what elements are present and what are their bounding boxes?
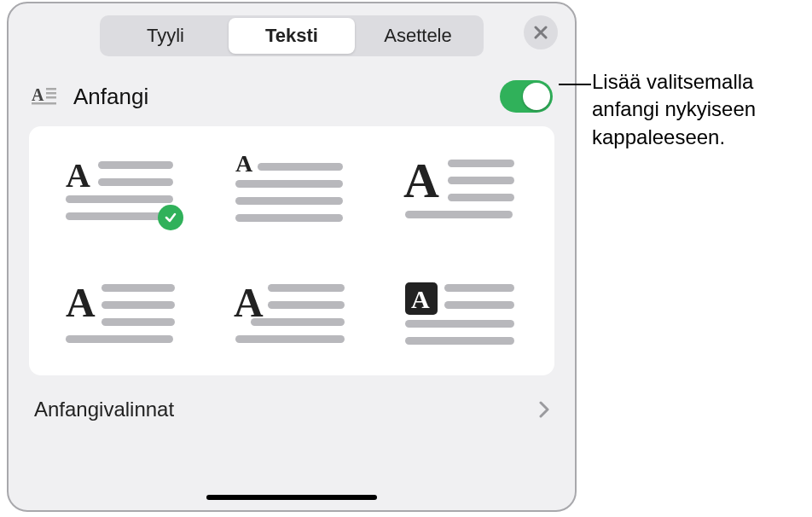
svg-rect-26 (268, 301, 345, 309)
drop-cap-options-row[interactable]: Anfangivalinnat (9, 375, 575, 421)
svg-rect-11 (258, 163, 343, 171)
svg-rect-21 (102, 284, 175, 292)
svg-rect-13 (235, 197, 343, 205)
svg-rect-33 (444, 301, 514, 309)
svg-rect-7 (98, 178, 173, 186)
drop-cap-style-5[interactable]: A (214, 275, 368, 351)
svg-text:A: A (411, 285, 430, 313)
drop-cap-style-2[interactable]: A (214, 150, 368, 227)
toggle-knob (523, 83, 550, 110)
drop-cap-title: Anfangi (73, 84, 500, 110)
svg-rect-12 (235, 180, 343, 188)
svg-rect-34 (405, 320, 514, 328)
svg-rect-6 (98, 161, 173, 169)
drop-cap-style-4[interactable]: A (44, 275, 199, 351)
svg-rect-4 (32, 102, 56, 105)
svg-rect-32 (444, 284, 514, 292)
drop-cap-style-3[interactable]: A (385, 150, 539, 227)
svg-rect-23 (102, 318, 175, 326)
drop-cap-style-1[interactable]: A (44, 150, 199, 227)
chevron-right-icon (539, 401, 549, 418)
svg-rect-17 (448, 177, 514, 184)
tab-text[interactable]: Teksti (229, 18, 355, 54)
drop-cap-options-label: Anfangivalinnat (34, 398, 174, 421)
svg-rect-1 (46, 88, 56, 90)
tabs-header: Tyyli Teksti Asettele (9, 3, 575, 56)
svg-text:A: A (66, 156, 90, 195)
selected-check-icon (158, 205, 183, 230)
segmented-control: Tyyli Teksti Asettele (100, 15, 484, 56)
svg-rect-3 (46, 96, 56, 99)
format-panel: Tyyli Teksti Asettele A Anfangi (7, 2, 577, 512)
close-button[interactable] (524, 15, 558, 49)
svg-rect-24 (66, 335, 173, 343)
tab-arrange[interactable]: Asettele (355, 18, 481, 54)
svg-rect-9 (66, 212, 173, 220)
tab-style[interactable]: Tyyli (102, 18, 229, 54)
drop-cap-icon: A (31, 83, 58, 110)
svg-rect-22 (102, 301, 175, 309)
svg-rect-25 (268, 284, 345, 292)
svg-text:A: A (234, 280, 264, 325)
svg-rect-27 (251, 318, 345, 326)
svg-rect-18 (448, 194, 514, 201)
drop-cap-toggle[interactable] (500, 80, 553, 113)
svg-text:A: A (235, 154, 253, 177)
svg-rect-19 (405, 211, 513, 218)
callout-text: Lisää valitsemalla anfangi nykyiseen kap… (592, 68, 805, 151)
drop-cap-styles-grid: A A A (29, 126, 554, 375)
callout-leader-line (559, 84, 591, 85)
svg-rect-14 (235, 214, 343, 222)
drop-cap-style-6[interactable]: A (385, 275, 539, 351)
svg-rect-35 (405, 337, 514, 345)
svg-text:A: A (32, 85, 44, 104)
drop-cap-header: A Anfangi (9, 56, 575, 126)
home-indicator (206, 495, 377, 500)
svg-rect-28 (235, 335, 345, 343)
close-icon (534, 26, 548, 39)
svg-text:A: A (66, 280, 96, 325)
svg-rect-8 (66, 195, 173, 203)
svg-text:A: A (403, 154, 439, 208)
svg-rect-16 (448, 160, 514, 167)
svg-rect-2 (46, 92, 56, 95)
